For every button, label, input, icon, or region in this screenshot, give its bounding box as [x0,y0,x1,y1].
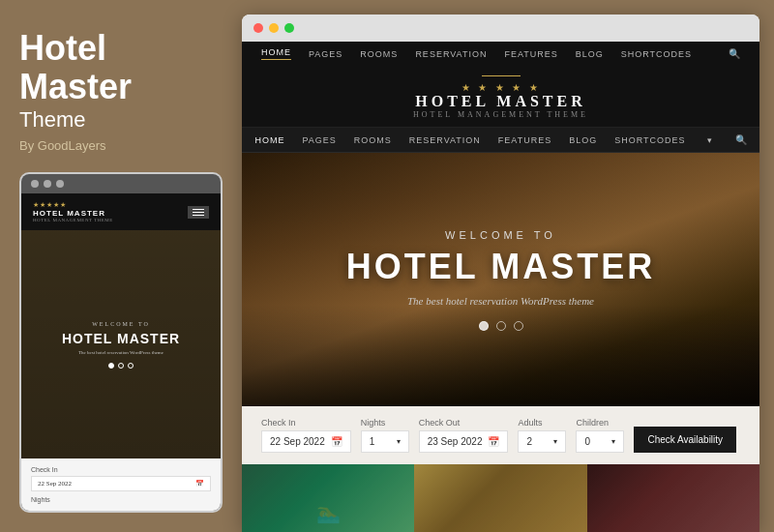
logo-stars: ★ ★ ★ ★ ★ [461,82,541,93]
browser-maximize-dot[interactable] [284,23,294,33]
hero-slide-indicators [479,321,523,331]
top-nav-home[interactable]: HOME [261,47,291,60]
theme-label: Theme [19,107,223,133]
top-nav-blog[interactable]: BLOG [576,49,604,59]
second-nav-features[interactable]: FEATURES [498,135,551,145]
mobile-titlebar [21,174,221,193]
second-nav-pages[interactable]: PAGES [302,135,336,145]
calendar-icon: 📅 [195,480,204,488]
by-line: By GoodLayers [19,138,223,153]
top-nav-reservation[interactable]: RESERVATION [415,49,487,59]
mobile-dot-1 [31,180,39,188]
mobile-logo: ★★★★★ HOTEL MASTER HOTEL MANAGEMENT THEM… [33,201,113,222]
room-image [414,464,586,532]
top-nav-pages[interactable]: PAGES [309,49,342,59]
adults-dropdown-icon: ▾ [553,437,557,446]
children-dropdown-icon: ▾ [611,437,615,446]
adults-label: Adults [518,418,566,428]
pool-image: 🏊 [242,464,414,532]
mobile-logo-sub: HOTEL MANAGEMENT THEME [33,218,113,222]
top-navigation: HOME PAGES ROOMS RESERVATION FEATURES BL… [242,42,759,66]
dining-image [587,464,759,532]
second-nav-dropdown-icon: ▾ [707,135,712,145]
mobile-nav: ★★★★★ HOTEL MASTER HOTEL MANAGEMENT THEM… [21,193,221,230]
mobile-dot-3 [56,180,64,188]
checkin-label: Check In [261,418,351,428]
second-nav-rooms[interactable]: ROOMS [354,135,392,145]
mobile-hero-subtitle: The best hotel reservation WordPress the… [78,350,164,355]
checkin-field: Check In 22 Sep 2022 📅 [261,418,351,453]
children-field: Children 0 ▾ [576,418,624,453]
hero-dot-1[interactable] [479,321,489,331]
mobile-slide-dot-1[interactable] [108,363,114,369]
browser-minimize-dot[interactable] [269,23,279,33]
adults-select[interactable]: 2 ▾ [518,430,566,453]
checkin-calendar-icon: 📅 [331,436,342,447]
browser-window: HOME PAGES ROOMS RESERVATION FEATURES BL… [242,15,759,532]
theme-title: Hotel Master Theme By GoodLayers [19,29,223,153]
mobile-hero-welcome: WELCOME TO [92,321,150,327]
children-select[interactable]: 0 ▾ [576,430,624,453]
booking-bar: Check In 22 Sep 2022 📅 Nights 1 ▾ Check … [242,406,759,464]
browser-content: HOME PAGES ROOMS RESERVATION FEATURES BL… [242,42,759,532]
checkout-field: Check Out 23 Sep 2022 📅 [419,418,509,453]
top-nav-features[interactable]: FEATURES [504,49,557,59]
checkin-input[interactable]: 22 Sep 2022 📅 [261,430,351,453]
left-panel: Hotel Master Theme By GoodLayers ★★★★★ H… [0,0,242,532]
mobile-hamburger-button[interactable] [188,206,209,219]
hero-dot-3[interactable] [514,321,523,331]
mobile-hero: WELCOME TO HOTEL MASTER The best hotel r… [21,230,221,458]
logo-area: ★ ★ ★ ★ ★ HOTEL MASTER Hotel Management … [242,66,759,128]
top-nav-rooms[interactable]: ROOMS [360,49,398,59]
second-nav-reservation[interactable]: RESERVATION [409,135,481,145]
second-nav-blog[interactable]: BLOG [569,135,597,145]
logo-divider [482,75,521,76]
browser-titlebar [242,15,759,42]
checkout-label: Check Out [419,418,509,428]
mobile-mockup: ★★★★★ HOTEL MASTER HOTEL MANAGEMENT THEM… [19,172,223,513]
mobile-slide-dot-2[interactable] [118,363,124,369]
top-search-icon[interactable]: 🔍 [729,48,740,59]
mobile-hero-title: HOTEL MASTER [62,331,180,346]
mobile-stars: ★★★★★ [33,201,67,209]
checkout-input[interactable]: 23 Sep 2022 📅 [419,430,509,453]
mobile-slide-indicators [108,363,134,369]
second-nav-shortcodes[interactable]: SHORTCODES [614,135,685,145]
hero-section: WELCOME TO HOTEL MASTER The best hotel r… [242,153,759,406]
hero-subtitle: The best hotel reservation WordPress the… [407,295,594,307]
logo-main-text: HOTEL MASTER [415,93,585,110]
mobile-checkin-area: Check In 22 Sep 2022 📅 Nights [21,458,221,511]
nights-label: Nights [361,418,409,428]
mobile-checkin-label: Check In [31,466,211,473]
bottom-images-row: 🏊 [242,464,759,532]
logo-sub-text: Hotel Management Theme [413,110,588,119]
second-navigation: HOME PAGES ROOMS RESERVATION FEATURES BL… [242,128,759,153]
nights-field: Nights 1 ▾ [361,418,409,453]
mobile-dot-2 [44,180,51,188]
hero-dot-2[interactable] [496,321,506,331]
nights-dropdown-icon: ▾ [397,437,401,446]
mobile-checkin-input[interactable]: 22 Sep 2022 📅 [31,476,211,491]
browser-close-dot[interactable] [253,23,263,33]
mobile-content: ★★★★★ HOTEL MASTER HOTEL MANAGEMENT THEM… [21,193,221,511]
second-nav-home[interactable]: HOME [254,135,284,145]
mobile-logo-text: HOTEL MASTER [33,209,105,218]
nights-select[interactable]: 1 ▾ [361,430,409,453]
hero-main-title: HOTEL MASTER [346,247,655,287]
children-label: Children [576,418,624,428]
top-nav-shortcodes[interactable]: SHORTCODES [621,49,692,59]
mobile-nights-label: Nights [31,496,211,503]
checkout-calendar-icon: 📅 [488,436,499,447]
second-nav-search-icon[interactable]: 🔍 [735,134,747,145]
mobile-slide-dot-3[interactable] [128,363,134,369]
adults-field: Adults 2 ▾ [518,418,566,453]
check-availability-button[interactable]: Check Availability [634,427,736,453]
hero-welcome-text: WELCOME TO [445,229,556,241]
title-hotel-master: Hotel Master [19,29,223,105]
